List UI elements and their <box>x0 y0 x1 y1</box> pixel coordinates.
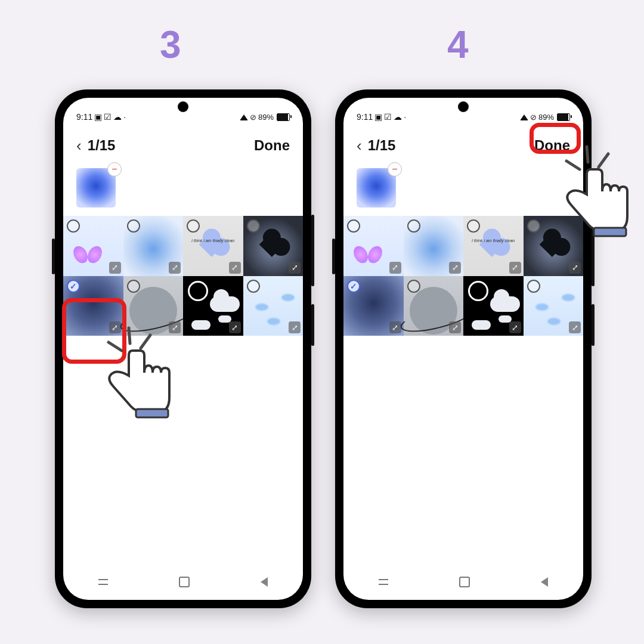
expand-icon[interactable]: ⤢ <box>289 262 301 274</box>
select-circle-icon[interactable] <box>468 281 488 301</box>
grid-image-navy-gradient[interactable]: ⤢ <box>343 276 404 336</box>
expand-icon[interactable]: ⤢ <box>449 262 461 274</box>
back-icon[interactable] <box>261 577 268 587</box>
svg-line-1 <box>129 328 130 343</box>
remove-icon[interactable]: − <box>107 162 122 177</box>
phone-camera-hole <box>178 101 188 112</box>
cloud-art <box>535 304 549 311</box>
cloud-art <box>562 294 575 301</box>
select-circle-icon[interactable] <box>407 280 420 293</box>
no-data-icon: ⊘ <box>530 113 537 122</box>
heart-art <box>252 225 293 267</box>
grid-image-dark-heart[interactable]: ⤢ <box>243 216 304 276</box>
select-circle-icon[interactable] <box>127 280 140 293</box>
tap-gesture-icon <box>549 136 638 225</box>
phone-screen: 9:11 ▣ ☑ ☁ · ⊘ 89% ‹ 1/15 Done − <box>343 98 583 600</box>
phone-step-4: 9:11 ▣ ☑ ☁ · ⊘ 89% ‹ 1/15 Done − <box>335 89 592 608</box>
select-circle-icon[interactable] <box>407 219 420 233</box>
select-circle-checked-icon[interactable] <box>347 280 360 293</box>
battery-pct: 89% <box>538 113 554 122</box>
cloud-icon: ☁ <box>394 112 402 122</box>
select-circle-icon[interactable] <box>247 280 260 293</box>
dot-icon: · <box>123 112 126 122</box>
expand-icon[interactable]: ⤢ <box>109 262 121 274</box>
image-caption: i think i am finally clean <box>463 239 524 243</box>
recents-icon[interactable] <box>98 579 108 585</box>
butterfly-art <box>74 246 101 267</box>
dot-icon: · <box>404 112 406 122</box>
back-button[interactable]: ‹ <box>76 138 82 153</box>
grid-image-night-clouds[interactable]: ⤢ <box>183 276 243 336</box>
home-icon[interactable] <box>179 577 190 587</box>
back-icon[interactable] <box>541 577 548 587</box>
grid-image-butterfly[interactable]: ⤢ <box>63 216 123 276</box>
select-circle-checked-icon[interactable] <box>67 280 80 293</box>
select-circle-icon[interactable] <box>467 219 480 233</box>
check-icon: ☑ <box>384 112 392 122</box>
cloud-icon: ☁ <box>113 112 122 122</box>
select-circle-icon[interactable] <box>247 219 260 233</box>
remove-icon[interactable]: − <box>388 162 402 177</box>
select-circle-icon[interactable] <box>527 280 540 293</box>
svg-line-6 <box>599 154 608 167</box>
battery-pct: 89% <box>258 113 274 122</box>
select-circle-icon[interactable] <box>187 219 200 233</box>
select-circle-icon[interactable] <box>527 219 540 233</box>
done-button[interactable]: Done <box>254 137 290 154</box>
cloud-art <box>191 320 210 330</box>
grid-image-sky-clouds[interactable]: ⤢ <box>524 276 584 336</box>
cloud-art <box>255 304 268 311</box>
grid-image-night-clouds[interactable]: ⤢ <box>463 276 524 336</box>
check-icon: ☑ <box>104 112 112 122</box>
select-circle-icon[interactable] <box>127 219 140 233</box>
expand-icon[interactable]: ⤢ <box>229 262 241 274</box>
expand-icon[interactable]: ⤢ <box>389 321 401 333</box>
grid-image-sky-clouds[interactable]: ⤢ <box>243 276 304 336</box>
app-header: ‹ 1/15 Done <box>63 123 303 166</box>
selection-counter: 1/15 <box>88 137 116 154</box>
expand-icon[interactable]: ⤢ <box>509 262 521 274</box>
selected-thumbnail[interactable]: − <box>357 168 396 208</box>
home-icon[interactable] <box>459 577 470 587</box>
phone-power-button <box>311 304 314 346</box>
select-circle-icon[interactable] <box>188 281 208 301</box>
expand-icon[interactable]: ⤢ <box>449 321 461 333</box>
recents-icon[interactable] <box>379 579 388 585</box>
expand-icon[interactable]: ⤢ <box>289 321 301 333</box>
expand-icon[interactable]: ⤢ <box>509 321 521 333</box>
phone-camera-hole <box>458 101 469 112</box>
phone-volume-button <box>311 215 314 286</box>
gallery-icon: ▣ <box>374 112 382 122</box>
step-label-4: 4 <box>447 23 469 67</box>
grid-image-text-heart[interactable]: i think i am finally clean ⤢ <box>463 216 524 276</box>
status-time: 9:11 <box>76 112 92 122</box>
expand-icon[interactable]: ⤢ <box>569 262 581 274</box>
grid-image-blur-heart[interactable]: ⤢ <box>404 216 464 276</box>
svg-line-4 <box>566 161 580 169</box>
no-data-icon: ⊘ <box>250 113 256 122</box>
cloud-art <box>210 296 240 312</box>
back-button[interactable]: ‹ <box>357 138 362 153</box>
wifi-icon <box>520 114 528 120</box>
android-nav-bar <box>63 570 303 594</box>
expand-icon[interactable]: ⤢ <box>229 321 241 333</box>
selected-thumbnail[interactable]: − <box>76 168 116 208</box>
select-circle-icon[interactable] <box>347 219 360 233</box>
expand-icon[interactable]: ⤢ <box>169 262 181 274</box>
grid-image-butterfly[interactable]: ⤢ <box>343 216 404 276</box>
cloud-art <box>490 296 520 312</box>
wifi-icon <box>240 114 248 120</box>
selection-counter: 1/15 <box>368 137 396 154</box>
svg-line-2 <box>141 335 150 348</box>
expand-icon[interactable]: ⤢ <box>569 321 581 333</box>
tap-gesture-icon <box>91 317 180 407</box>
cloud-art <box>281 294 295 301</box>
gallery-icon: ▣ <box>94 112 102 122</box>
svg-rect-3 <box>136 409 168 417</box>
grid-image-blur-heart[interactable]: ⤢ <box>123 216 184 276</box>
grid-image-planet[interactable]: ⤢ <box>404 276 464 336</box>
android-nav-bar <box>343 570 583 594</box>
grid-image-text-heart[interactable]: i think i am finally clean ⤢ <box>183 216 243 276</box>
select-circle-icon[interactable] <box>67 219 80 233</box>
expand-icon[interactable]: ⤢ <box>389 262 401 274</box>
